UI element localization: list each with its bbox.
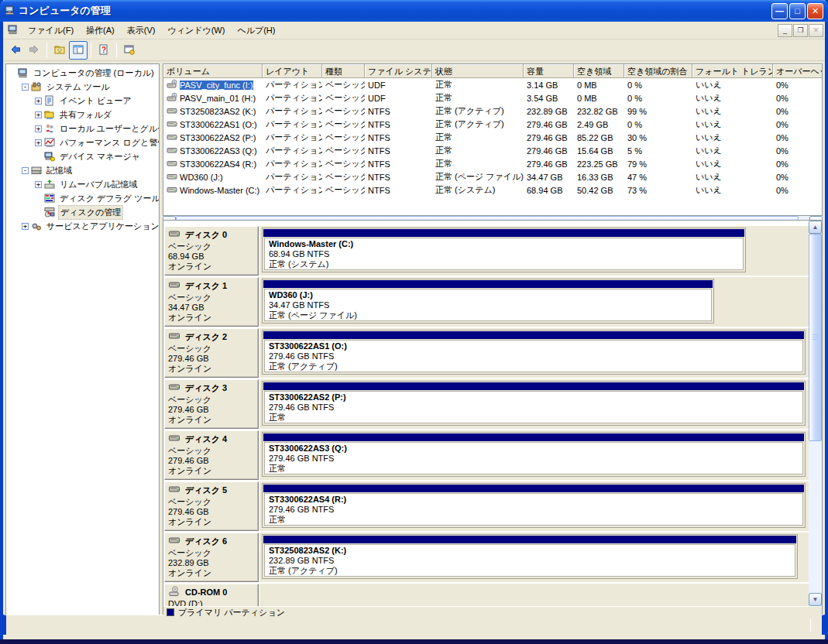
scroll-down-button[interactable]: ▼ [809, 593, 822, 606]
cell-volume: ST3250823AS2 (K:) [163, 105, 263, 118]
partition-box-5[interactable]: ST3300622AS4 (R:)279.46 GB NTFS正常 [262, 483, 806, 528]
disk-attr: ベーシック [168, 293, 255, 303]
volume-row-0[interactable]: PASV_city_func (I:)パーティションベーシックUDF正常3.14… [163, 78, 822, 91]
menu-item-2[interactable]: 表示(V) [121, 23, 162, 37]
volume-row-5[interactable]: ST3300622AS3 (Q:)パーティションベーシックNTFS正常279.4… [163, 144, 822, 157]
expand-icon[interactable]: + [35, 111, 42, 118]
close-button[interactable]: ✕ [807, 3, 823, 19]
column-header-free[interactable]: 空き領域 [574, 64, 624, 78]
expand-icon[interactable]: + [35, 139, 42, 146]
disk-header-1[interactable]: ディスク 1ベーシック34.47 GBオンライン [164, 277, 259, 327]
cell-free: 0 MB [574, 80, 624, 90]
partition-size-fs: 232.89 GB NTFS [269, 556, 791, 566]
volume-row-3[interactable]: ST3300622AS1 (O:)パーティションベーシックNTFS正常 (アクテ… [163, 118, 822, 131]
partition-box-1[interactable]: WD360 (J:)34.47 GB NTFS正常 (ページ ファイル) [262, 279, 714, 324]
disk-header-4[interactable]: ディスク 4ベーシック279.46 GBオンライン [164, 430, 259, 480]
primary-partition-band [263, 382, 804, 390]
volume-row-4[interactable]: ST3300622AS2 (P:)パーティションベーシックNTFS正常279.4… [163, 131, 822, 144]
partition-box-3[interactable]: ST3300622AS2 (P:)279.46 GB NTFS正常 [262, 381, 806, 426]
tree-item-10[interactable]: +ディスクの管理 [6, 205, 159, 219]
disk-header-3[interactable]: ディスク 3ベーシック279.46 GBオンライン [164, 379, 259, 429]
partition-box-0[interactable]: Windows-Master (C:)68.94 GB NTFS正常 (システム… [262, 228, 746, 272]
expand-icon[interactable]: + [22, 223, 29, 230]
volume-row-1[interactable]: PASV_main_01 (H:)パーティションベーシックUDF正常3.54 G… [163, 91, 822, 104]
column-header-free_pct[interactable]: 空き領域の割合 [624, 64, 692, 78]
cell-fault_tolerance: いいえ [692, 132, 773, 143]
toggle-console-tree-button[interactable] [69, 41, 88, 60]
menu-item-3[interactable]: ウィンドウ(W) [161, 23, 231, 37]
tree-item-8[interactable]: +リムーバブル記憶域 [6, 177, 159, 191]
partition-status: 正常 (ページ ファイル) [269, 310, 707, 320]
primary-partition-band [263, 229, 744, 237]
titlebar[interactable]: コンピュータの管理 — □ ✕ [0, 0, 828, 22]
column-header-layout[interactable]: レイアウト [263, 64, 322, 78]
tree-item-1[interactable]: -システム ツール [6, 80, 159, 94]
disk-header-5[interactable]: ディスク 5ベーシック279.46 GBオンライン [164, 481, 259, 531]
cell-fault_tolerance: いいえ [692, 171, 773, 183]
cell-free: 2.49 GB [574, 120, 624, 129]
mdi-restore-button[interactable]: ❐ [793, 24, 808, 37]
console-button[interactable] [120, 41, 139, 60]
minimize-button[interactable]: — [771, 3, 788, 19]
volume-name-label: PASV_city_func (I:) [180, 80, 253, 90]
collapse-icon[interactable]: - [22, 84, 29, 91]
tree-item-11[interactable]: +サービスとアプリケーション [6, 219, 159, 233]
column-header-status[interactable]: 状態 [432, 64, 524, 78]
cdrom-header-icon [168, 586, 180, 599]
cdrom-header[interactable]: CD-ROM 0DVD (D:) [164, 584, 259, 606]
volume-row-7[interactable]: WD360 (J:)パーティションベーシックNTFS正常 (ページ ファイル)3… [163, 170, 822, 183]
cell-fault_tolerance: いいえ [692, 184, 773, 196]
back-button[interactable] [6, 41, 25, 60]
maximize-button[interactable]: □ [789, 3, 806, 19]
volume-row-2[interactable]: ST3250823AS2 (K:)パーティションベーシックNTFS正常 (アクテ… [163, 104, 822, 118]
tree-item-0[interactable]: +コンピュータの管理 (ローカル) [6, 66, 159, 80]
disk-header-2[interactable]: ディスク 2ベーシック279.46 GBオンライン [164, 328, 259, 378]
tree-item-3[interactable]: +共有フォルダ [6, 108, 159, 122]
tree-item-7[interactable]: -記憶域 [6, 163, 159, 177]
volume-name-label: ST3300622AS1 (O:) [180, 120, 257, 129]
tree-item-6[interactable]: +デバイス マネージャ [6, 149, 159, 163]
volume-row-6[interactable]: ST3300622AS4 (R:)パーティションベーシックNTFS正常279.4… [163, 157, 822, 170]
tree-item-2[interactable]: +イベント ビューア [6, 94, 159, 108]
help-button[interactable]: ? [94, 41, 113, 60]
expand-icon[interactable]: + [35, 125, 42, 132]
disk-row-1: ディスク 1ベーシック34.47 GBオンラインWD360 (J:)34.47 … [164, 277, 809, 327]
partition-box-2[interactable]: ST3300622AS1 (O:)279.46 GB NTFS正常 (アクティブ… [262, 330, 806, 375]
menu-item-1[interactable]: 操作(A) [80, 23, 121, 37]
partition-box-4[interactable]: ST3300622AS3 (Q:)279.46 GB NTFS正常 [262, 432, 806, 477]
expand-icon[interactable]: + [35, 98, 42, 104]
cell-fs: NTFS [365, 146, 432, 156]
volume-list-header: ボリュームレイアウト種類ファイル システム状態容量空き領域空き領域の割合フォール… [163, 64, 822, 78]
column-header-overhead[interactable]: オーバーヘッド [773, 64, 823, 78]
collapse-icon[interactable]: - [22, 167, 29, 174]
expand-icon[interactable]: + [35, 181, 42, 188]
vertical-scroll-thumb[interactable] [809, 234, 822, 441]
vertical-scrollbar[interactable]: ▲ ▼ [809, 221, 822, 606]
tree-item-5[interactable]: +パフォーマンス ログと警告 [6, 135, 159, 149]
column-header-volume[interactable]: ボリューム [163, 64, 263, 78]
cell-free_pct: 5 % [624, 146, 692, 156]
tree-item-4[interactable]: +ローカル ユーザーとグループ [6, 122, 159, 135]
column-header-capacity[interactable]: 容量 [524, 64, 574, 78]
menu-item-4[interactable]: ヘルプ(H) [231, 23, 281, 37]
column-header-fs[interactable]: ファイル システム [365, 64, 432, 78]
mdi-child-icon [8, 24, 19, 36]
disk-header-0[interactable]: ディスク 0ベーシック68.94 GBオンライン [164, 226, 259, 276]
mdi-minimize-button[interactable]: _ [778, 24, 792, 37]
tree-item-label: ディスク デフラグ ツール [58, 192, 160, 205]
help-doc-icon: ? [98, 44, 109, 57]
cell-layout: パーティション [263, 145, 322, 156]
up-level-button[interactable] [50, 41, 69, 60]
tree-item-9[interactable]: +ディスク デフラグ ツール [6, 191, 159, 205]
scroll-up-button[interactable]: ▲ [809, 221, 822, 234]
partition-box-6[interactable]: ST3250823AS2 (K:)232.89 GB NTFS正常 (アクティブ… [262, 534, 798, 579]
column-header-type[interactable]: 種類 [322, 64, 365, 78]
disk-header-6[interactable]: ディスク 6ベーシック232.89 GBオンライン [164, 533, 259, 582]
forward-button [25, 41, 43, 60]
partition-volume-label: ST3300622AS4 (R:) [269, 495, 799, 505]
partition-status: 正常 (アクティブ) [269, 361, 799, 372]
menu-item-0[interactable]: ファイル(F) [22, 23, 80, 37]
column-header-fault_tolerance[interactable]: フォールト トレランス [692, 64, 773, 78]
removable-storage-icon [44, 179, 55, 190]
volume-row-8[interactable]: Windows-Master (C:)パーティションベーシックNTFS正常 (シ… [163, 183, 822, 197]
